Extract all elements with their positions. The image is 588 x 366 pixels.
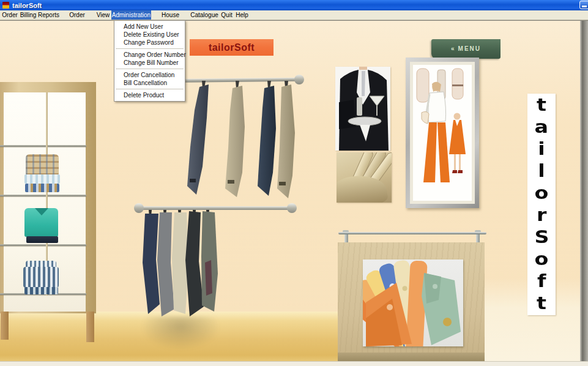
menu-help[interactable]: Help <box>234 10 250 20</box>
lower-clothes-rack <box>113 201 309 321</box>
folded-fabrics-picture <box>363 260 463 346</box>
logo-letter: r <box>537 204 546 226</box>
administration-dropdown-menu: Add New User Delete Existing User Change… <box>114 20 185 102</box>
window-title: tailorSoft <box>12 2 42 9</box>
folded-striped-shirt <box>24 287 58 294</box>
folded-striped-shirt <box>24 174 60 184</box>
menu-order[interactable]: Order <box>1 10 18 20</box>
menu-administration[interactable]: Administration <box>111 10 151 20</box>
logo-letter: o <box>535 182 549 204</box>
shelf-rail <box>0 244 86 246</box>
counter-rail <box>338 232 486 234</box>
minimize-button[interactable] <box>579 1 588 9</box>
vertical-logo: t a i l o r S o f t <box>527 94 556 315</box>
shelf-leg <box>1 312 9 340</box>
menu-bar: Order Billing Reports Order Details View… <box>0 10 588 20</box>
tailorsoft-window: tailorSoft Order Billing Reports Order D… <box>0 0 588 366</box>
menu-catalogue[interactable]: Catalogue <box>190 10 219 20</box>
menu-separator <box>116 89 184 89</box>
menu-item-change-password[interactable]: Change Password <box>114 39 185 47</box>
shop-backdrop: tailorSoft «MENU <box>0 20 588 366</box>
minimize-icon <box>582 6 587 7</box>
title-bar: tailorSoft <box>0 0 588 10</box>
logo-letter: S <box>534 226 549 248</box>
logo-letter: i <box>538 138 545 160</box>
menu-item-delete-existing-user[interactable]: Delete Existing User <box>114 31 185 39</box>
window-bottom-strip <box>0 361 588 366</box>
shelf-rail <box>0 145 86 147</box>
counter-base <box>338 353 485 362</box>
menu-item-delete-product[interactable]: Delete Product <box>114 91 185 99</box>
shelf-leg <box>86 312 94 342</box>
logo-letter: l <box>538 160 545 182</box>
suit-waiter-photo <box>335 67 390 151</box>
floor-reflection <box>141 316 220 350</box>
logo-letter: f <box>537 270 546 292</box>
menu-separator <box>116 48 184 49</box>
menu-item-bill-cancellation[interactable]: Bill Cancellation <box>114 79 185 87</box>
logo-letter: t <box>537 292 546 314</box>
menu-reports[interactable]: Reports <box>38 10 59 20</box>
menu-separator <box>116 69 184 69</box>
folded-navy-shirt <box>26 236 58 243</box>
window-edge-strip <box>580 21 588 366</box>
menu-house-keeping[interactable]: House Keeping <box>151 10 190 20</box>
app-icon <box>2 2 9 9</box>
chevron-left-icon: « <box>451 45 455 52</box>
fashion-sketch <box>413 65 472 201</box>
counter-rail-post <box>344 234 348 242</box>
logo-letter: o <box>535 248 549 270</box>
menu-view[interactable]: View <box>95 10 111 20</box>
fashion-sketch-frame <box>406 58 479 208</box>
fabric-rolls-photo <box>337 152 392 203</box>
logo-letter: a <box>535 116 549 138</box>
counter-rail-post <box>476 234 480 242</box>
menu-billing[interactable]: Billing <box>18 10 38 20</box>
menu-tab-label: MENU <box>458 45 481 52</box>
logo-letter: t <box>537 94 546 116</box>
menu-item-add-new-user[interactable]: Add New User <box>114 23 185 31</box>
folded-plaid-shirt <box>26 154 59 175</box>
tailorsoft-banner: tailorSoft <box>190 39 274 56</box>
menu-item-change-order-number[interactable]: Change Order Number <box>114 51 185 59</box>
menu-quit[interactable]: Quit <box>219 10 234 20</box>
menu-item-change-bill-number[interactable]: Change Bill Number <box>114 59 185 67</box>
menu-order-details[interactable]: Order Details <box>59 10 95 20</box>
menu-tab-button[interactable]: «MENU <box>431 39 501 59</box>
folded-striped-shirt <box>26 261 56 267</box>
folded-striped-shirt <box>23 267 59 288</box>
sketch-mat <box>410 62 475 204</box>
shelf-rail <box>0 195 86 196</box>
folded-teal-polo <box>24 208 58 237</box>
folded-shirt-stack <box>25 184 59 192</box>
menu-item-order-cancellation[interactable]: Order Cancellation <box>114 71 185 79</box>
